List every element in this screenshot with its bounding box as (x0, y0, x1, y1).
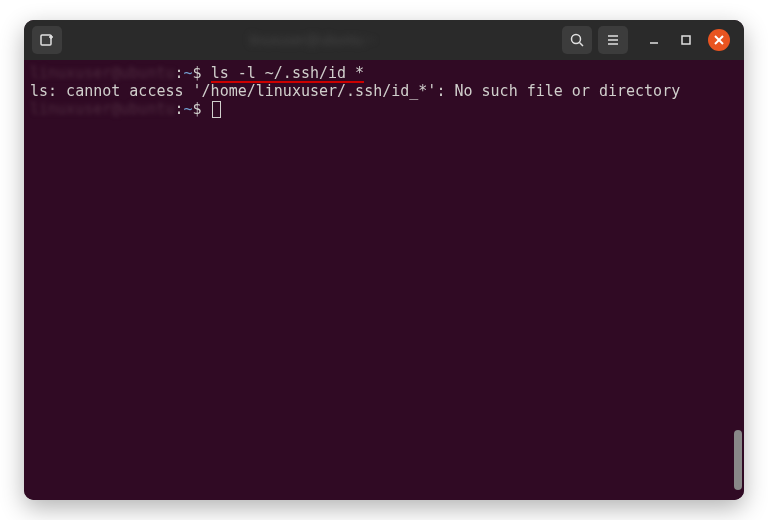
terminal-line: linuxuser@ubuntu:~$ (30, 100, 738, 118)
window-title: linuxuser@ubuntu:~ (68, 32, 556, 48)
prompt-path: ~ (184, 64, 193, 82)
prompt-dollar: $ (193, 100, 202, 118)
svg-line-4 (580, 43, 584, 47)
terminal-body[interactable]: linuxuser@ubuntu:~$ ls -l ~/.ssh/id_* ls… (24, 60, 744, 500)
scrollbar[interactable] (734, 430, 742, 490)
prompt-path: ~ (184, 100, 193, 118)
titlebar: linuxuser@ubuntu:~ (24, 20, 744, 60)
menu-button[interactable] (598, 26, 628, 54)
close-button[interactable] (708, 29, 730, 51)
prompt-host: linuxuser@ubuntu (30, 100, 175, 118)
hamburger-icon (605, 32, 621, 48)
svg-point-3 (572, 35, 581, 44)
terminal-output: ls: cannot access '/home/linuxuser/.ssh/… (30, 82, 738, 100)
cursor (212, 101, 221, 118)
minimize-button[interactable] (644, 30, 664, 50)
search-button[interactable] (562, 26, 592, 54)
prompt-colon: : (175, 100, 184, 118)
command-text (202, 64, 211, 82)
search-icon (569, 32, 585, 48)
window-controls (644, 29, 730, 51)
prompt-colon: : (175, 64, 184, 82)
prompt-host: linuxuser@ubuntu (30, 64, 175, 82)
new-tab-icon (39, 32, 55, 48)
terminal-window: linuxuser@ubuntu:~ (24, 20, 744, 500)
minimize-icon (648, 34, 660, 46)
terminal-line: linuxuser@ubuntu:~$ ls -l ~/.ssh/id_* (30, 64, 738, 82)
maximize-icon (680, 34, 692, 46)
new-tab-button[interactable] (32, 26, 62, 54)
maximize-button[interactable] (676, 30, 696, 50)
svg-rect-9 (682, 36, 690, 44)
command-text-underlined: ls -l ~/.ssh/id_* (211, 64, 365, 82)
close-icon (714, 35, 724, 45)
prompt-dollar: $ (193, 64, 202, 82)
